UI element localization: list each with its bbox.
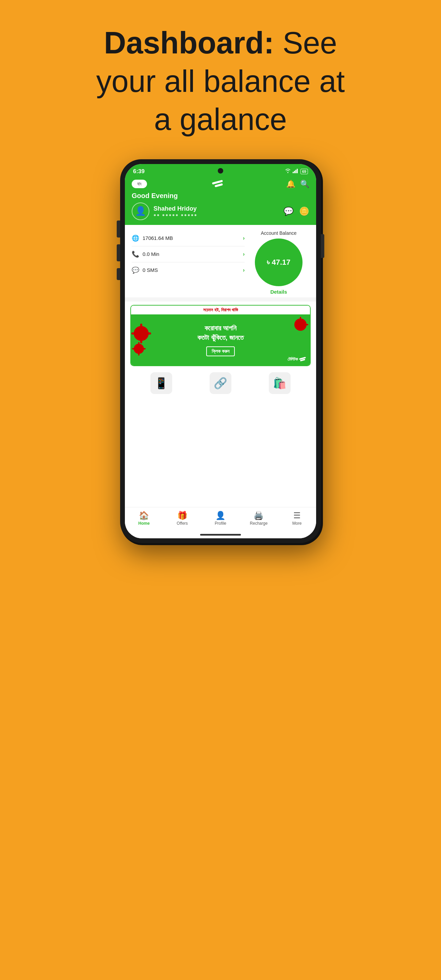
- banner-title: করোবার আপনি কতটা ঝুঁকিতে, জানতে: [156, 323, 285, 342]
- status-time: 6:39: [133, 168, 145, 175]
- details-link[interactable]: Details: [270, 289, 287, 295]
- phone-frame: 6:39: [120, 159, 321, 543]
- home-indicator: [125, 534, 316, 538]
- nav-profile[interactable]: 👤 Profile: [210, 511, 231, 526]
- page-container: Dashboard: See your all balance at a gal…: [0, 0, 441, 980]
- banner-strip: সচেতন হই, নিরাপদ থাকি: [131, 305, 310, 314]
- svg-rect-1: [294, 171, 295, 173]
- vol-up-button: [117, 221, 120, 237]
- user-actions: 💬 🪙: [283, 207, 309, 216]
- profile-icon: 👤: [215, 511, 226, 520]
- banner-text: করোবার আপনি কতটা ঝুঁকিতে, জানতে ক্লিক কর…: [135, 323, 306, 356]
- user-details: Shahed Hridoy ●● ●●●●● ●●●●●: [153, 205, 197, 218]
- balance-title: Account Balance: [261, 231, 296, 236]
- nav-home[interactable]: 🏠 Home: [134, 511, 154, 526]
- virus-decorations-left: [134, 326, 149, 354]
- quick-action-recharge[interactable]: 📱: [150, 372, 172, 394]
- account-balance-block: Account Balance ৳ 47.17 Details: [248, 231, 309, 295]
- signal-icon: [293, 169, 299, 175]
- header-top-row: বাং 🔔 🔍: [132, 180, 309, 189]
- offers-label: Offers: [177, 521, 188, 526]
- wifi-icon: [285, 169, 291, 175]
- quick-action-shop[interactable]: 🛍️: [269, 372, 291, 394]
- internet-stat: 17061.64 MB: [143, 235, 240, 241]
- sms-arrow[interactable]: ›: [243, 267, 245, 273]
- internet-icon: 🌐: [132, 234, 139, 242]
- call-arrow[interactable]: ›: [243, 251, 245, 257]
- nav-offers[interactable]: 🎁 Offers: [172, 511, 193, 526]
- profile-label: Profile: [215, 521, 226, 526]
- more-icon: ☰: [293, 511, 301, 520]
- svg-rect-0: [293, 172, 294, 173]
- chat-icon[interactable]: 💬: [283, 207, 294, 216]
- user-name: Shahed Hridoy: [153, 205, 197, 212]
- stat-item-data: 🌐 17061.64 MB ›: [132, 231, 245, 247]
- phone-screen: 6:39: [125, 164, 316, 538]
- lang-toggle[interactable]: বাং: [132, 180, 147, 188]
- quick-actions-row: 📱 🔗 🛍️: [125, 369, 316, 398]
- coins-icon[interactable]: 🪙: [299, 207, 309, 216]
- quick-action-network[interactable]: 🔗: [210, 372, 231, 394]
- search-icon[interactable]: 🔍: [300, 180, 309, 189]
- sms-stat: 0 SMS: [143, 267, 240, 273]
- power-button: [321, 234, 324, 258]
- offers-icon: 🎁: [177, 511, 188, 520]
- header-icons: 🔔 🔍: [286, 180, 309, 189]
- home-label: Home: [139, 521, 150, 526]
- punch-hole: [218, 168, 223, 173]
- recharge-icon: 🖨️: [253, 511, 264, 520]
- avatar: 👤: [132, 202, 150, 220]
- balance-circle: ৳ 47.17: [255, 239, 302, 286]
- app-logo: [211, 181, 222, 187]
- sms-icon: 💬: [132, 266, 139, 274]
- recharge-label: Recharge: [250, 521, 267, 526]
- svg-rect-2: [295, 170, 296, 173]
- stat-item-sms: 💬 0 SMS ›: [132, 262, 245, 278]
- svg-rect-3: [297, 169, 298, 173]
- user-info: 👤 Shahed Hridoy ●● ●●●●● ●●●●●: [132, 202, 197, 220]
- user-row: 👤 Shahed Hridoy ●● ●●●●● ●●●●● 💬 🪙: [132, 202, 309, 220]
- headline-bold: Dashboard:: [104, 26, 274, 60]
- home-icon: 🏠: [139, 511, 149, 520]
- balance-amount: ৳ 47.17: [267, 258, 290, 267]
- banner-logo: টেলিটক: [288, 356, 306, 362]
- phone-wrapper: 6:39: [120, 159, 321, 543]
- stats-list: 🌐 17061.64 MB › 📞 0.0 Min › 💬 0 SMS: [132, 231, 245, 295]
- balance-stats-section: 🌐 17061.64 MB › 📞 0.0 Min › 💬 0 SMS: [125, 225, 316, 298]
- greeting-text: Good Evening: [132, 192, 309, 200]
- nav-recharge[interactable]: 🖨️ Recharge: [248, 511, 269, 526]
- banner-main: করোবার আপনি কতটা ঝুঁকিতে, জানতে ক্লিক কর…: [131, 314, 310, 366]
- battery-icon: 69: [301, 169, 308, 174]
- virus-decorations-right: [295, 318, 307, 331]
- user-phone: ●● ●●●●● ●●●●●: [153, 212, 197, 218]
- stat-item-voice: 📞 0.0 Min ›: [132, 247, 245, 262]
- page-header: Dashboard: See your all balance at a gal…: [67, 0, 374, 156]
- nav-more[interactable]: ☰ More: [287, 511, 307, 526]
- virus-small: [134, 344, 144, 354]
- app-header: বাং 🔔 🔍 Good Eve: [125, 178, 316, 225]
- virus-large: [134, 326, 149, 341]
- vol-down-button: [117, 244, 120, 261]
- banner-btn[interactable]: ক্লিক করুন: [206, 347, 235, 356]
- bottom-nav: 🏠 Home 🎁 Offers 👤 Profile 🖨️ Recharge: [125, 507, 316, 534]
- notification-icon[interactable]: 🔔: [286, 180, 295, 189]
- banner-section[interactable]: সচেতন হই, নিরাপদ থাকি: [131, 305, 310, 366]
- internet-arrow[interactable]: ›: [243, 235, 245, 241]
- more-label: More: [292, 521, 301, 526]
- call-stat: 0.0 Min: [143, 251, 240, 257]
- silent-button: [117, 268, 120, 280]
- call-icon: 📞: [132, 250, 139, 258]
- status-right: 69: [285, 169, 308, 175]
